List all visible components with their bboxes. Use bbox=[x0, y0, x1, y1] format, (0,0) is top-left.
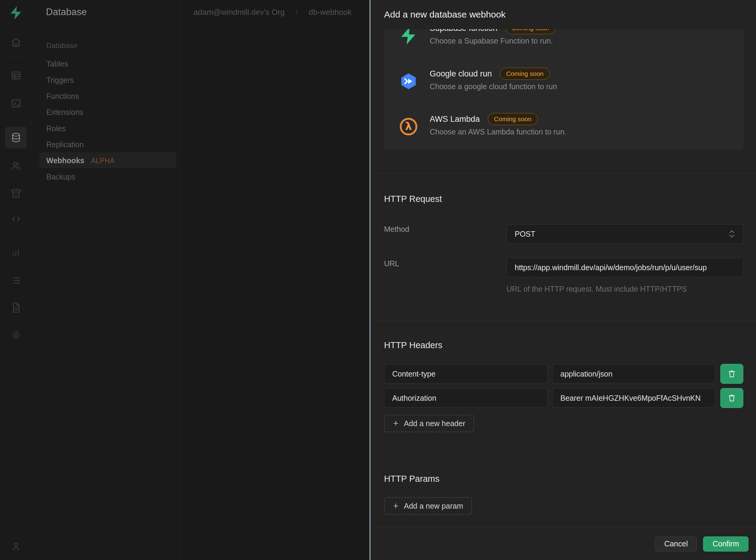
confirm-button[interactable]: Confirm bbox=[703, 536, 749, 552]
option-title: AWS Lambda bbox=[430, 115, 480, 124]
nav-item-replication[interactable]: Replication bbox=[46, 140, 84, 149]
add-header-button[interactable]: + Add a new header bbox=[384, 415, 474, 432]
dimmed-content-area: adam@windmill.dev's Org / db-webhook bbox=[180, 0, 370, 560]
google-cloud-run-icon bbox=[399, 72, 418, 91]
breadcrumb-org[interactable]: adam@windmill.dev's Org bbox=[194, 7, 285, 17]
section-divider bbox=[370, 320, 756, 321]
rail-home[interactable] bbox=[5, 32, 27, 53]
header-value-input[interactable]: Bearer mAIeHGZHKve6MpoFfAcSHvnKN bbox=[552, 388, 716, 408]
breadcrumb: adam@windmill.dev's Org / db-webhook bbox=[194, 7, 351, 17]
nav-item-backups[interactable]: Backups bbox=[46, 173, 75, 181]
panel-footer: Cancel Confirm bbox=[370, 527, 756, 560]
delete-header-button[interactable] bbox=[720, 364, 743, 384]
rail-auth[interactable] bbox=[5, 155, 27, 177]
rail-api[interactable] bbox=[5, 208, 27, 230]
option-description: Choose a google cloud function to run bbox=[430, 82, 743, 91]
code-brackets-icon bbox=[10, 213, 22, 225]
rail-logs[interactable] bbox=[5, 269, 27, 291]
cancel-button[interactable]: Cancel bbox=[655, 536, 697, 552]
nav-section-label: Database bbox=[46, 41, 77, 50]
panel-body: Supabase function Coming soon Choose a S… bbox=[370, 29, 756, 527]
aws-lambda-icon: λ bbox=[399, 117, 418, 136]
option-supabase-function[interactable]: Supabase function Coming soon Choose a S… bbox=[384, 29, 743, 58]
trash-icon bbox=[727, 369, 737, 379]
webhook-slideover-panel: Add a new database webhook Supabase func… bbox=[370, 0, 756, 560]
method-select[interactable]: POST bbox=[506, 224, 743, 244]
plus-icon: + bbox=[393, 501, 399, 511]
rail-settings[interactable] bbox=[5, 324, 27, 346]
supabase-bolt-icon bbox=[399, 29, 418, 45]
rail-account[interactable] bbox=[5, 536, 27, 557]
rail-database-active[interactable] bbox=[5, 127, 27, 148]
icon-rail bbox=[0, 0, 32, 560]
nav-item-functions[interactable]: Functions bbox=[46, 92, 79, 101]
database-icon bbox=[10, 132, 22, 143]
rail-sql-editor[interactable] bbox=[5, 93, 27, 114]
coming-soon-badge: Coming soon bbox=[500, 68, 550, 80]
header-key-input[interactable]: Authorization bbox=[384, 388, 547, 408]
url-input[interactable]: https://app.windmill.dev/api/w/demo/jobs… bbox=[506, 258, 743, 277]
http-request-title: HTTP Request bbox=[384, 194, 442, 204]
section-divider bbox=[370, 173, 756, 174]
rail-storage[interactable] bbox=[5, 182, 27, 204]
panel-left-edge bbox=[370, 0, 370, 560]
rail-divider bbox=[5, 120, 27, 120]
http-headers-title: HTTP Headers bbox=[384, 340, 442, 350]
url-value: https://app.windmill.dev/api/w/demo/jobs… bbox=[515, 263, 707, 272]
url-help-text: URL of the HTTP request. Must include HT… bbox=[506, 285, 687, 294]
option-description: Choose an AWS Lambda function to run. bbox=[430, 127, 743, 136]
add-param-button[interactable]: + Add a new param bbox=[384, 497, 472, 515]
rail-docs[interactable] bbox=[5, 297, 27, 319]
panel-header: Add a new database webhook bbox=[370, 0, 756, 29]
nav-item-tables[interactable]: Tables bbox=[46, 60, 68, 68]
method-label: Method bbox=[384, 225, 409, 234]
coming-soon-badge: Coming soon bbox=[505, 29, 556, 34]
gear-icon bbox=[10, 329, 22, 341]
nav-item-webhooks[interactable]: WebhooksALPHA bbox=[46, 156, 115, 165]
option-google-cloud-run[interactable]: Google cloud run Coming soon Choose a go… bbox=[384, 58, 743, 104]
select-chevrons-icon bbox=[729, 230, 735, 238]
breadcrumb-project[interactable]: db-webhook bbox=[309, 7, 352, 17]
supabase-logo[interactable] bbox=[5, 3, 27, 22]
trash-icon bbox=[727, 393, 737, 403]
url-label: URL bbox=[384, 259, 399, 268]
terminal-icon bbox=[10, 97, 22, 109]
option-title: Supabase function bbox=[430, 29, 498, 33]
archive-icon bbox=[10, 187, 22, 199]
nav-item-triggers[interactable]: Triggers bbox=[46, 76, 74, 85]
table-icon bbox=[10, 69, 22, 82]
service-options-list: Supabase function Coming soon Choose a S… bbox=[384, 29, 743, 149]
supabase-bolt-icon bbox=[9, 5, 23, 20]
alpha-badge: ALPHA bbox=[91, 157, 115, 165]
method-value: POST bbox=[515, 230, 535, 238]
coming-soon-badge: Coming soon bbox=[488, 113, 538, 125]
panel-title: Add a new database webhook bbox=[384, 9, 506, 20]
list-icon bbox=[10, 275, 22, 286]
file-text-icon bbox=[10, 302, 22, 314]
nav-item-webhooks-label: Webhooks bbox=[46, 156, 84, 165]
nav-title: Database bbox=[46, 7, 87, 18]
option-title: Google cloud run bbox=[430, 69, 492, 79]
option-aws-lambda[interactable]: λ AWS Lambda Coming soon Choose an AWS L… bbox=[384, 104, 743, 149]
home-icon bbox=[10, 36, 22, 48]
option-description: Choose a Supabase Function to run. bbox=[430, 37, 743, 45]
breadcrumb-separator: / bbox=[296, 7, 298, 17]
database-nav-panel: Database Database Tables Triggers Functi… bbox=[32, 0, 180, 560]
rail-table-editor[interactable] bbox=[5, 65, 27, 86]
delete-header-button[interactable] bbox=[720, 388, 743, 408]
plus-icon: + bbox=[393, 419, 399, 428]
section-divider bbox=[370, 454, 756, 455]
http-params-title: HTTP Params bbox=[384, 474, 439, 484]
rail-reports[interactable] bbox=[5, 241, 27, 263]
header-key-input[interactable]: Content-type bbox=[384, 364, 547, 383]
person-icon bbox=[10, 540, 22, 553]
nav-item-roles[interactable]: Roles bbox=[46, 124, 65, 133]
bar-chart-icon bbox=[10, 246, 22, 258]
users-icon bbox=[10, 160, 22, 172]
nav-item-extensions[interactable]: Extensions bbox=[46, 108, 83, 117]
header-value-input[interactable]: application/json bbox=[552, 364, 716, 383]
